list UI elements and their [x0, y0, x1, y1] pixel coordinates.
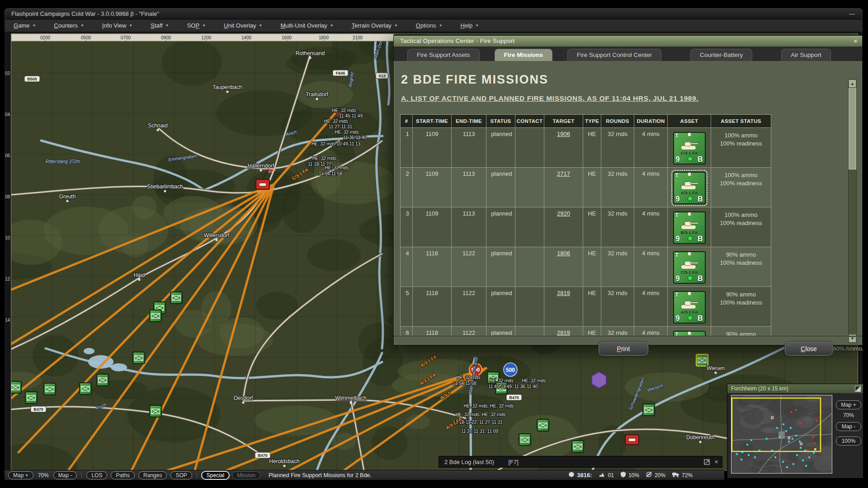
fire-mission-label: HE, 32 rnds [325, 165, 349, 170]
menu-terrain-overlay[interactable]: Terrain Overlay▼ [346, 22, 403, 29]
toc-fire-support-dialog: Tactical Operations Center - Fire Suppor… [393, 35, 863, 345]
friendly-unit-counter[interactable] [519, 434, 531, 446]
target-link[interactable]: 1906 [557, 131, 570, 137]
menu-options[interactable]: Options▼ [410, 22, 448, 29]
minimap-enemy-dot [799, 422, 801, 424]
town-label: Heroldsbach [269, 458, 299, 465]
friendly-unit-counter[interactable] [44, 383, 56, 395]
hexagon-icon [568, 471, 575, 479]
close-log-icon[interactable]: × [714, 456, 718, 468]
asset-counter[interactable]: TC/3-1 FA9B [673, 132, 706, 164]
enemy-unit-counter[interactable] [625, 435, 639, 445]
chevron-down-icon: ▼ [129, 23, 132, 28]
scroll-thumb[interactable] [849, 88, 856, 169]
tab-fire-support-control-center[interactable]: Fire Support Control Center [567, 49, 661, 61]
mission-number: 1 [401, 128, 413, 168]
table-row: 411181122planned1806HE32 rnds4 minsTC/3-… [401, 247, 771, 287]
friendly-unit-counter[interactable] [97, 374, 108, 386]
map-zoom-in-button[interactable]: Map + [8, 471, 33, 479]
menu-staff[interactable]: Staff▼ [145, 22, 174, 29]
mission-number: 4 [401, 247, 413, 287]
minimap-image[interactable] [731, 395, 832, 474]
road-sign: F645 [333, 70, 348, 76]
menu-game[interactable]: Game▼ [8, 22, 41, 29]
column-header: END-TIME [452, 115, 486, 128]
target-link[interactable]: 1806 [557, 250, 570, 257]
asset-counter[interactable]: TA/3-1 FA9B [673, 291, 706, 324]
enemy-unit-counter[interactable] [256, 179, 269, 189]
friendly-unit-counter[interactable] [537, 419, 549, 431]
menu-help[interactable]: Help▼ [455, 22, 485, 29]
minimap-friendly-dot [792, 438, 793, 440]
fire-missions-table: #START-TIMEEND-TIMESTATUSCONTACTTARGETTY… [400, 114, 771, 336]
asset-cell: TC/3-1 FA9B [668, 128, 711, 168]
paths-toggle[interactable]: Paths [111, 471, 135, 479]
dialog-body: 2 BDE FIRE MISSIONS A. LIST OF ACTIVE AN… [394, 61, 862, 345]
rounds: 32 rnds [601, 287, 634, 327]
target-link[interactable]: 2920 [557, 210, 570, 217]
svg-text:F645: F645 [336, 71, 345, 75]
duration: 4 mins [634, 247, 668, 287]
menu-counters[interactable]: Counters▼ [48, 22, 90, 29]
minimize-icon[interactable]: — [849, 9, 855, 19]
scroll-up-arrow[interactable]: ▲ [849, 80, 856, 88]
tab-air-support[interactable]: Air Support [781, 49, 831, 61]
minimap-contact-dot [788, 437, 790, 439]
map-zoom-out-button[interactable]: Map - [53, 471, 77, 479]
special-toggle[interactable]: Special [202, 471, 229, 479]
ranges-toggle[interactable]: Ranges [138, 471, 167, 479]
friendly-unit-counter[interactable] [80, 383, 91, 394]
friendly-unit-counter[interactable] [572, 441, 584, 452]
friendly-unit-counter[interactable] [170, 292, 182, 304]
force-indicators: 3816:0110%20%72% [568, 471, 724, 479]
friendly-unit-counter[interactable] [696, 354, 708, 366]
asset-cell: TA/3-1 FA9B [668, 168, 711, 207]
tab-counter-battery[interactable]: Counter-Battery [690, 49, 752, 61]
target-link[interactable]: 2717 [557, 170, 570, 177]
ruler-mark: 1400 [241, 35, 252, 40]
mission-status: planned [486, 247, 515, 287]
contact [515, 128, 544, 168]
minimap-full-zoom-button[interactable]: 100% [836, 436, 861, 446]
menu-multi-unit-overlay[interactable]: Multi-Unit Overlay▼ [275, 22, 339, 29]
friendly-unit-counter[interactable] [150, 310, 161, 322]
column-header: STATUS [486, 115, 515, 128]
town-label: Oesdorf [234, 395, 253, 401]
minimap-resize-icon[interactable] [855, 385, 861, 394]
target-link[interactable]: 2819 [557, 290, 570, 296]
print-button[interactable]: Print [598, 341, 649, 356]
friendly-unit-counter[interactable] [25, 392, 37, 404]
minimap-friendly-dot [766, 438, 768, 440]
menu-unit-overlay[interactable]: Unit Overlay▼ [218, 22, 268, 29]
table-scrollbar[interactable]: ▲ ▼ [848, 79, 857, 343]
bde-log-bar[interactable]: 2 Bde Log (last 50) [F7] × [439, 456, 722, 468]
friendly-unit-counter[interactable] [643, 404, 655, 416]
friendly-unit-counter[interactable] [150, 405, 161, 417]
sop-toggle[interactable]: SOP [170, 471, 192, 479]
tab-fire-missions[interactable]: Fire Missions [495, 49, 552, 61]
asset-counter[interactable]: TB/3-1 FA9B [673, 331, 706, 336]
minimap-zoom-in-button[interactable]: Map + [836, 400, 861, 409]
target-cell: 2717 [544, 168, 583, 207]
los-toggle[interactable]: LOS [86, 471, 107, 479]
start-time: 1109 [413, 168, 452, 207]
close-button[interactable]: Close [784, 341, 833, 356]
minimap-zoom-out-button[interactable]: Map - [836, 422, 861, 431]
mission-toggle[interactable]: Mission [232, 471, 260, 479]
menu-info-view[interactable]: Info View▼ [97, 22, 138, 29]
window-titlebar: Flashpoint Campaigns Cold War - 3.0.0.98… [5, 8, 863, 19]
expand-panel-icon[interactable] [704, 459, 710, 465]
asset-counter[interactable]: TC/3-1 FA9B [673, 251, 706, 284]
target-link[interactable]: 2819 [557, 329, 570, 336]
column-header: # [401, 115, 413, 128]
tank-icon [675, 257, 703, 271]
tab-fire-support-assets[interactable]: Fire Support Assets [407, 49, 480, 61]
chevron-down-icon: ▼ [394, 23, 398, 28]
menu-sop[interactable]: SOP▼ [182, 22, 211, 29]
close-icon[interactable]: × [854, 36, 858, 47]
readiness-dot [688, 156, 693, 161]
friendly-unit-counter[interactable] [133, 352, 145, 364]
asset-counter[interactable]: TA/3-1 FA9B [673, 172, 706, 204]
friendly-unit-counter[interactable] [11, 381, 21, 393]
asset-counter[interactable]: TB/3-1 FA9B [673, 211, 706, 244]
